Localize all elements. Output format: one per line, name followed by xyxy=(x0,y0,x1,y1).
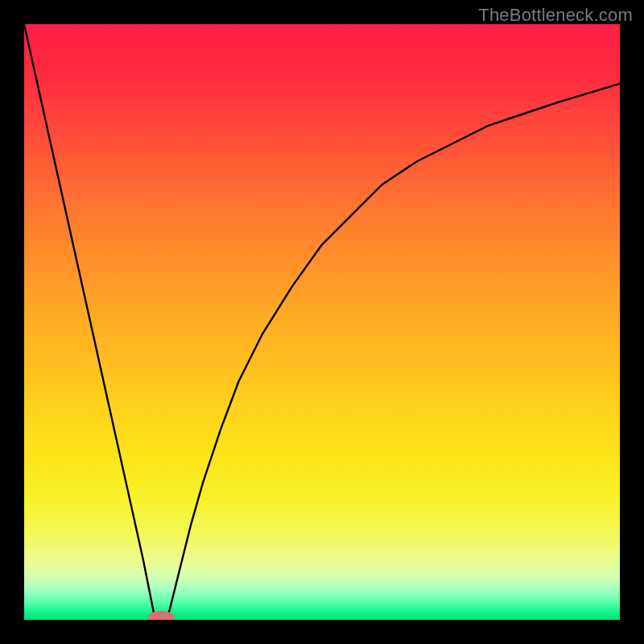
floor-marker xyxy=(148,611,175,620)
watermark-label: TheBottleneck.com xyxy=(478,5,633,26)
marker-group xyxy=(148,611,175,620)
series-right-branch xyxy=(167,84,620,620)
curve-group xyxy=(24,24,620,620)
chart-frame: TheBottleneck.com xyxy=(0,0,644,644)
series-left-branch xyxy=(24,24,155,620)
chart-svg xyxy=(24,24,620,620)
plot-area xyxy=(24,24,620,620)
